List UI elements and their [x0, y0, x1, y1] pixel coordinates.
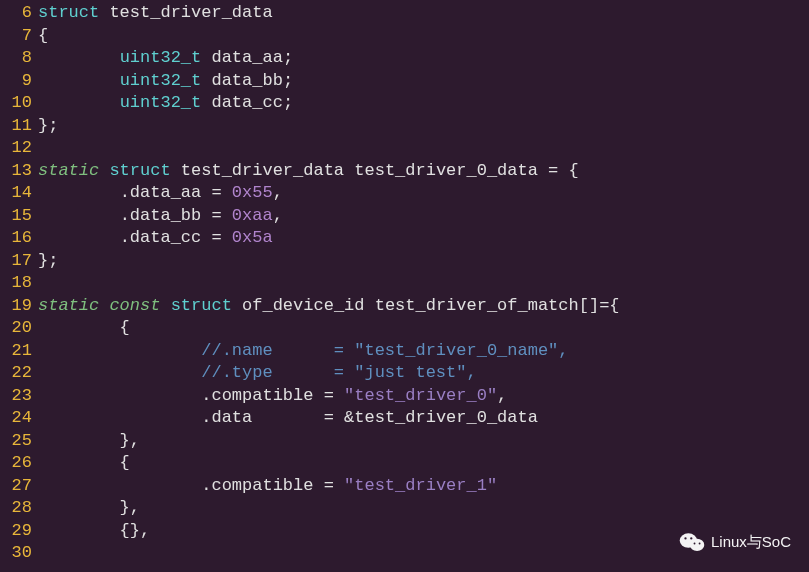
line-number: 28	[0, 496, 32, 519]
wechat-icon	[679, 531, 705, 553]
svg-point-4	[694, 543, 696, 545]
line-number: 30	[0, 541, 32, 564]
line-number: 20	[0, 316, 32, 339]
line-number: 25	[0, 429, 32, 452]
svg-point-5	[699, 543, 701, 545]
svg-point-2	[684, 537, 686, 539]
svg-point-1	[690, 539, 704, 551]
line-number: 27	[0, 474, 32, 497]
line-number: 22	[0, 361, 32, 384]
code-line: };	[38, 114, 809, 137]
line-number: 12	[0, 136, 32, 159]
code-content[interactable]: struct test_driver_data{ uint32_t data_a…	[38, 1, 809, 564]
code-line: .compatible = "test_driver_0",	[38, 384, 809, 407]
line-number: 18	[0, 271, 32, 294]
code-line: },	[38, 496, 809, 519]
code-line: //.type = "just test",	[38, 361, 809, 384]
line-number: 21	[0, 339, 32, 362]
code-line: {	[38, 316, 809, 339]
line-number: 19	[0, 294, 32, 317]
line-number: 23	[0, 384, 32, 407]
code-line: {	[38, 24, 809, 47]
line-number: 6	[0, 1, 32, 24]
watermark-text: Linux与SoC	[711, 530, 791, 554]
code-line: uint32_t data_cc;	[38, 91, 809, 114]
code-line	[38, 271, 809, 294]
watermark: Linux与SoC	[679, 530, 791, 554]
line-number: 10	[0, 91, 32, 114]
line-number: 11	[0, 114, 32, 137]
code-line: struct test_driver_data	[38, 1, 809, 24]
code-line: .compatible = "test_driver_1"	[38, 474, 809, 497]
line-number: 15	[0, 204, 32, 227]
line-number: 26	[0, 451, 32, 474]
code-editor: 6789101112131415161718192021222324252627…	[0, 0, 809, 564]
code-line: //.name = "test_driver_0_name",	[38, 339, 809, 362]
line-number-gutter: 6789101112131415161718192021222324252627…	[0, 1, 38, 564]
code-line	[38, 136, 809, 159]
line-number: 13	[0, 159, 32, 182]
code-line: .data = &test_driver_0_data	[38, 406, 809, 429]
code-line: uint32_t data_bb;	[38, 69, 809, 92]
code-line: .data_cc = 0x5a	[38, 226, 809, 249]
line-number: 14	[0, 181, 32, 204]
line-number: 24	[0, 406, 32, 429]
code-line: .data_aa = 0x55,	[38, 181, 809, 204]
line-number: 7	[0, 24, 32, 47]
line-number: 9	[0, 69, 32, 92]
line-number: 29	[0, 519, 32, 542]
code-line: .data_bb = 0xaa,	[38, 204, 809, 227]
code-line: static struct test_driver_data test_driv…	[38, 159, 809, 182]
code-line: uint32_t data_aa;	[38, 46, 809, 69]
svg-point-3	[690, 537, 692, 539]
line-number: 16	[0, 226, 32, 249]
line-number: 17	[0, 249, 32, 272]
code-line: },	[38, 429, 809, 452]
code-line: };	[38, 249, 809, 272]
line-number: 8	[0, 46, 32, 69]
code-line: {	[38, 451, 809, 474]
code-line: static const struct of_device_id test_dr…	[38, 294, 809, 317]
